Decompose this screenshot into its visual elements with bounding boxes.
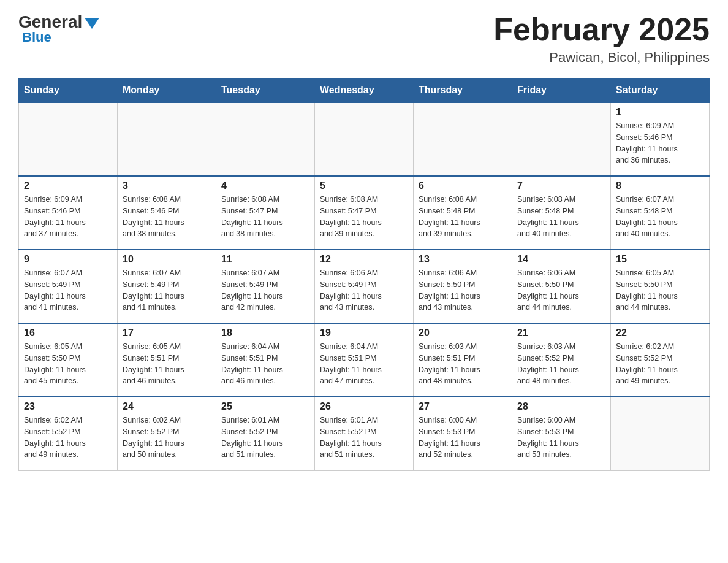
header-row: SundayMondayTuesdayWednesdayThursdayFrid… [19, 79, 710, 103]
calendar-cell: 14Sunrise: 6:06 AM Sunset: 5:50 PM Dayli… [512, 250, 611, 323]
calendar-cell: 25Sunrise: 6:01 AM Sunset: 5:52 PM Dayli… [216, 397, 315, 470]
day-info: Sunrise: 6:02 AM Sunset: 5:52 PM Dayligh… [123, 415, 211, 461]
calendar-cell [118, 102, 216, 176]
day-info: Sunrise: 6:07 AM Sunset: 5:48 PM Dayligh… [616, 194, 704, 240]
calendar-cell: 28Sunrise: 6:00 AM Sunset: 5:53 PM Dayli… [512, 397, 611, 470]
calendar-week-1: 2Sunrise: 6:09 AM Sunset: 5:46 PM Daylig… [19, 176, 710, 250]
day-number: 20 [419, 327, 507, 339]
day-number: 9 [24, 254, 112, 265]
header-sunday: Sunday [19, 79, 118, 103]
calendar-cell [414, 102, 512, 176]
calendar-cell: 18Sunrise: 6:04 AM Sunset: 5:51 PM Dayli… [216, 323, 315, 397]
day-info: Sunrise: 6:04 AM Sunset: 5:51 PM Dayligh… [221, 341, 309, 387]
calendar-cell: 27Sunrise: 6:00 AM Sunset: 5:53 PM Dayli… [414, 397, 512, 470]
calendar-header: SundayMondayTuesdayWednesdayThursdayFrid… [19, 79, 710, 103]
day-info: Sunrise: 6:06 AM Sunset: 5:50 PM Dayligh… [517, 267, 605, 313]
day-number: 17 [123, 327, 211, 339]
calendar-week-3: 16Sunrise: 6:05 AM Sunset: 5:50 PM Dayli… [19, 323, 710, 397]
calendar-week-2: 9Sunrise: 6:07 AM Sunset: 5:49 PM Daylig… [19, 250, 710, 323]
header-saturday: Saturday [611, 79, 710, 103]
calendar-body: 1Sunrise: 6:09 AM Sunset: 5:46 PM Daylig… [19, 102, 710, 470]
day-info: Sunrise: 6:06 AM Sunset: 5:50 PM Dayligh… [419, 267, 507, 313]
calendar-week-0: 1Sunrise: 6:09 AM Sunset: 5:46 PM Daylig… [19, 102, 710, 176]
day-info: Sunrise: 6:05 AM Sunset: 5:50 PM Dayligh… [24, 341, 112, 387]
calendar-cell: 12Sunrise: 6:06 AM Sunset: 5:49 PM Dayli… [315, 250, 414, 323]
calendar-cell: 8Sunrise: 6:07 AM Sunset: 5:48 PM Daylig… [611, 176, 710, 250]
day-number: 15 [616, 254, 704, 265]
logo-triangle-icon [85, 18, 99, 29]
day-number: 7 [517, 180, 605, 191]
calendar-cell: 13Sunrise: 6:06 AM Sunset: 5:50 PM Dayli… [414, 250, 512, 323]
day-number: 4 [221, 180, 309, 191]
day-info: Sunrise: 6:07 AM Sunset: 5:49 PM Dayligh… [24, 267, 112, 313]
day-number: 3 [123, 180, 211, 191]
calendar-cell [611, 397, 710, 470]
day-info: Sunrise: 6:00 AM Sunset: 5:53 PM Dayligh… [517, 415, 605, 461]
calendar-cell: 3Sunrise: 6:08 AM Sunset: 5:46 PM Daylig… [118, 176, 216, 250]
day-number: 10 [123, 254, 211, 265]
calendar-cell: 7Sunrise: 6:08 AM Sunset: 5:48 PM Daylig… [512, 176, 611, 250]
day-info: Sunrise: 6:08 AM Sunset: 5:48 PM Dayligh… [517, 194, 605, 240]
day-number: 28 [517, 401, 605, 412]
calendar-cell: 5Sunrise: 6:08 AM Sunset: 5:47 PM Daylig… [315, 176, 414, 250]
day-number: 2 [24, 180, 112, 191]
calendar-cell: 23Sunrise: 6:02 AM Sunset: 5:52 PM Dayli… [19, 397, 118, 470]
day-info: Sunrise: 6:09 AM Sunset: 5:46 PM Dayligh… [616, 120, 704, 166]
calendar-cell [216, 102, 315, 176]
month-title: February 2025 [493, 12, 710, 47]
calendar-cell: 17Sunrise: 6:05 AM Sunset: 5:51 PM Dayli… [118, 323, 216, 397]
day-number: 22 [616, 327, 704, 339]
calendar-cell: 9Sunrise: 6:07 AM Sunset: 5:49 PM Daylig… [19, 250, 118, 323]
day-info: Sunrise: 6:05 AM Sunset: 5:50 PM Dayligh… [616, 267, 704, 313]
day-info: Sunrise: 6:08 AM Sunset: 5:47 PM Dayligh… [320, 194, 408, 240]
calendar-cell: 20Sunrise: 6:03 AM Sunset: 5:51 PM Dayli… [414, 323, 512, 397]
day-number: 21 [517, 327, 605, 339]
calendar-cell: 4Sunrise: 6:08 AM Sunset: 5:47 PM Daylig… [216, 176, 315, 250]
calendar-cell: 10Sunrise: 6:07 AM Sunset: 5:49 PM Dayli… [118, 250, 216, 323]
day-number: 23 [24, 401, 112, 412]
day-info: Sunrise: 6:08 AM Sunset: 5:48 PM Dayligh… [419, 194, 507, 240]
calendar-week-4: 23Sunrise: 6:02 AM Sunset: 5:52 PM Dayli… [19, 397, 710, 470]
day-info: Sunrise: 6:03 AM Sunset: 5:51 PM Dayligh… [419, 341, 507, 387]
day-info: Sunrise: 6:02 AM Sunset: 5:52 PM Dayligh… [616, 341, 704, 387]
calendar-cell [315, 102, 414, 176]
day-number: 6 [419, 180, 507, 191]
calendar-cell: 15Sunrise: 6:05 AM Sunset: 5:50 PM Dayli… [611, 250, 710, 323]
day-number: 11 [221, 254, 309, 265]
day-number: 16 [24, 327, 112, 339]
day-number: 5 [320, 180, 408, 191]
header-thursday: Thursday [414, 79, 512, 103]
logo-blue: Blue [22, 29, 51, 45]
day-info: Sunrise: 6:09 AM Sunset: 5:46 PM Dayligh… [24, 194, 112, 240]
day-info: Sunrise: 6:02 AM Sunset: 5:52 PM Dayligh… [24, 415, 112, 461]
day-number: 26 [320, 401, 408, 412]
title-area: February 2025 Pawican, Bicol, Philippine… [493, 12, 710, 66]
calendar-table: SundayMondayTuesdayWednesdayThursdayFrid… [18, 78, 710, 471]
day-info: Sunrise: 6:03 AM Sunset: 5:52 PM Dayligh… [517, 341, 605, 387]
day-info: Sunrise: 6:05 AM Sunset: 5:51 PM Dayligh… [123, 341, 211, 387]
day-info: Sunrise: 6:07 AM Sunset: 5:49 PM Dayligh… [123, 267, 211, 313]
day-number: 25 [221, 401, 309, 412]
day-number: 12 [320, 254, 408, 265]
day-info: Sunrise: 6:08 AM Sunset: 5:47 PM Dayligh… [221, 194, 309, 240]
calendar-cell [512, 102, 611, 176]
calendar-cell: 1Sunrise: 6:09 AM Sunset: 5:46 PM Daylig… [611, 102, 710, 176]
header-wednesday: Wednesday [315, 79, 414, 103]
header-monday: Monday [118, 79, 216, 103]
day-number: 14 [517, 254, 605, 265]
calendar-cell: 6Sunrise: 6:08 AM Sunset: 5:48 PM Daylig… [414, 176, 512, 250]
calendar-cell: 11Sunrise: 6:07 AM Sunset: 5:49 PM Dayli… [216, 250, 315, 323]
logo: General Blue [18, 12, 99, 45]
day-info: Sunrise: 6:04 AM Sunset: 5:51 PM Dayligh… [320, 341, 408, 387]
calendar-cell: 24Sunrise: 6:02 AM Sunset: 5:52 PM Dayli… [118, 397, 216, 470]
day-info: Sunrise: 6:01 AM Sunset: 5:52 PM Dayligh… [221, 415, 309, 461]
day-info: Sunrise: 6:06 AM Sunset: 5:49 PM Dayligh… [320, 267, 408, 313]
day-info: Sunrise: 6:01 AM Sunset: 5:52 PM Dayligh… [320, 415, 408, 461]
day-info: Sunrise: 6:08 AM Sunset: 5:46 PM Dayligh… [123, 194, 211, 240]
calendar-cell: 21Sunrise: 6:03 AM Sunset: 5:52 PM Dayli… [512, 323, 611, 397]
calendar-cell [19, 102, 118, 176]
calendar-cell: 22Sunrise: 6:02 AM Sunset: 5:52 PM Dayli… [611, 323, 710, 397]
day-number: 18 [221, 327, 309, 339]
day-info: Sunrise: 6:07 AM Sunset: 5:49 PM Dayligh… [221, 267, 309, 313]
header-tuesday: Tuesday [216, 79, 315, 103]
